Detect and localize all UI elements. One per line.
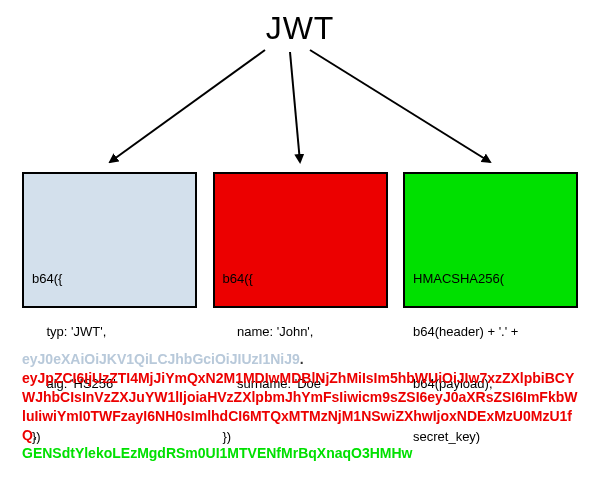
arrow-to-header — [110, 50, 265, 162]
arrows-svg — [0, 0, 600, 180]
boxes-row: b64({ typ: 'JWT', alg: 'HS256' }) b64({ … — [0, 172, 600, 308]
arrow-to-signature — [310, 50, 490, 162]
signature-box: HMACSHA256( b64(header) + '.' + b64(payl… — [403, 172, 578, 308]
payload-box: b64({ name: 'John', surname: 'Doe' }) — [213, 172, 388, 308]
header-line-2: typ: 'JWT', — [32, 323, 187, 341]
token-signature-segment: GENSdtYlekoLEzMgdRSm0UI1MTVENfMrBqXnaqO3… — [22, 445, 412, 461]
header-box: b64({ typ: 'JWT', alg: 'HS256' }) — [22, 172, 197, 308]
payload-line-1: b64({ — [223, 270, 378, 288]
signature-line-2: b64(header) + '.' + — [413, 323, 568, 341]
encoded-token: eyJ0eXAiOiJKV1QiLCJhbGciOiJIUzI1NiJ9. ey… — [22, 350, 578, 463]
token-payload-segment: eyJpZCI6IjUzZTI4MjJiYmQxN2M1MDIwMDBlNjZh… — [22, 370, 577, 443]
token-header-segment: eyJ0eXAiOiJKV1QiLCJhbGciOiJIUzI1NiJ9 — [22, 351, 300, 367]
arrow-to-payload — [290, 52, 300, 162]
header-line-1: b64({ — [32, 270, 187, 288]
token-dot-1: . — [300, 351, 304, 367]
signature-line-1: HMACSHA256( — [413, 270, 568, 288]
payload-line-2: name: 'John', — [223, 323, 378, 341]
token-dot-2: . — [33, 427, 37, 443]
